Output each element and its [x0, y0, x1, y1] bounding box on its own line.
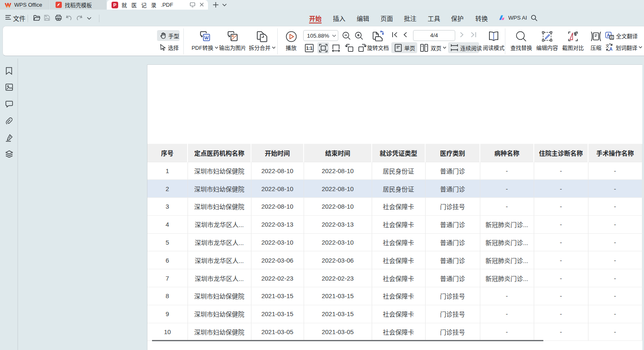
svg-text:文: 文 — [610, 35, 614, 39]
svg-text:A: A — [609, 46, 613, 51]
svg-text:P: P — [113, 3, 116, 8]
svg-text:1:1: 1:1 — [306, 46, 312, 51]
svg-text:A: A — [607, 33, 610, 37]
svg-text:文: 文 — [606, 43, 609, 48]
